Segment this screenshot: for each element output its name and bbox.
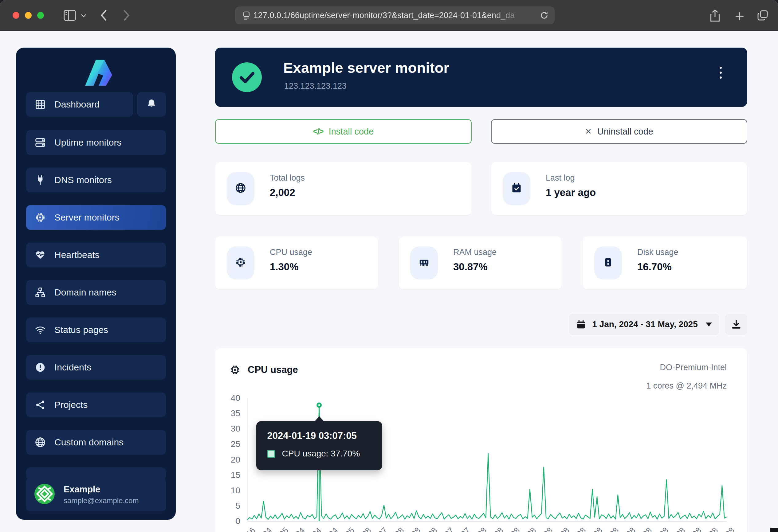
sidebar-item-domain-names[interactable]: Domain names xyxy=(26,280,166,305)
reload-icon[interactable] xyxy=(539,10,549,21)
monitor-header-card: Example server monitor 123.123.123.123 xyxy=(215,48,747,107)
globe-icon xyxy=(35,436,47,448)
browser-window: 127.0.0.1/66uptime/server-monitor/3?&sta… xyxy=(0,0,778,532)
account-card[interactable]: Example sample@example.com xyxy=(26,478,166,511)
tab-overview-icon[interactable] xyxy=(757,9,769,21)
app-logo xyxy=(16,56,176,88)
sidebar-item-uptime-monitors[interactable]: Uptime monitors xyxy=(26,130,166,155)
x-tick-label: 2025-03-02 07:16:08 xyxy=(595,526,654,532)
kebab-menu-icon[interactable] xyxy=(720,67,723,79)
stat-label: RAM usage xyxy=(453,248,496,257)
x-tick-label: 2025-03-19 13:24:08 xyxy=(611,526,671,532)
date-range-picker[interactable]: 1 Jan, 2024 - 31 May, 2025 xyxy=(569,314,719,335)
bell-icon xyxy=(146,99,157,110)
sidebar-item-heartbeats[interactable]: Heartbeats xyxy=(26,243,166,267)
stat-value: 1.30% xyxy=(270,261,299,273)
url-text[interactable]: 127.0.0.1/66uptime/server-monitor/3?&sta… xyxy=(235,11,533,20)
x-tick-label: 2024-05-31 05:08:07 xyxy=(330,526,390,532)
close-window-button[interactable] xyxy=(13,12,19,19)
server-icon xyxy=(35,137,47,148)
chart-title: CPU usage xyxy=(248,364,298,375)
zoom-window-button[interactable] xyxy=(37,12,44,19)
date-range-label: 1 Jan, 2024 - 31 May, 2025 xyxy=(592,320,698,329)
server-spec: 1 cores @ 2,494 MHz xyxy=(646,381,727,391)
download-button[interactable] xyxy=(725,314,747,335)
stat-icon-tile xyxy=(503,172,530,205)
y-tick-label: 40 xyxy=(219,393,240,403)
back-icon[interactable] xyxy=(100,9,108,21)
sidebar-item-dashboard[interactable]: Dashboard xyxy=(26,92,133,117)
y-tick-label: 30 xyxy=(219,424,240,434)
x-tick-label: 2024-03-24 04:36:04 xyxy=(264,526,323,532)
minimize-window-button[interactable] xyxy=(25,12,32,19)
stat-value: 16.70% xyxy=(637,261,672,273)
x-tick-label: 2024-04-10 10:44:04 xyxy=(281,526,340,532)
sidebar-item-incidents[interactable]: Incidents xyxy=(26,355,166,380)
y-tick-label: 10 xyxy=(219,485,240,496)
account-email: sample@example.com xyxy=(64,497,139,505)
server-name: DO-Premium-Intel xyxy=(660,363,727,372)
share-nodes-icon xyxy=(35,399,47,411)
sidebar-item-label: Domain names xyxy=(54,287,116,298)
stat-value: 2,002 xyxy=(270,187,295,198)
x-tick-label: 2024-07-21 23:32:08 xyxy=(380,526,439,532)
forward-icon xyxy=(122,9,130,21)
sidebar-item-custom-domains[interactable]: Custom domains xyxy=(26,430,166,455)
page-title: Example server monitor xyxy=(283,59,449,76)
uninstall-code-button[interactable]: ✕ Uninstall code xyxy=(491,119,747,144)
address-bar[interactable]: 127.0.0.1/66uptime/server-monitor/3?&sta… xyxy=(235,6,555,24)
sidebar-item-label: Server monitors xyxy=(54,212,120,223)
sidebar-item-label: Dashboard xyxy=(54,99,99,110)
y-tick-label: 20 xyxy=(219,455,240,465)
share-icon[interactable] xyxy=(709,9,721,22)
stat-icon-tile xyxy=(227,246,254,279)
stat-label: Total logs xyxy=(270,173,305,183)
new-tab-icon[interactable] xyxy=(734,11,745,21)
stat-value: 1 year ago xyxy=(546,187,596,198)
sidebar-item-projects[interactable]: Projects xyxy=(26,392,166,417)
legend-swatch xyxy=(267,450,275,458)
x-tick-label: 2024-10-15 06:12:08 xyxy=(462,526,522,532)
install-code-button[interactable]: </> Install code xyxy=(215,119,472,144)
x-tick-label: 2025-04-05 19:32:08 xyxy=(628,526,687,532)
sidebar-item-label: Custom domains xyxy=(54,437,124,448)
sitemap-icon xyxy=(35,287,47,298)
y-tick-label: 0 xyxy=(219,516,240,526)
calendar-check-icon xyxy=(511,182,522,195)
x-tick-label: 2025-05-27 13:56:08 xyxy=(677,526,736,532)
stat-label: Last log xyxy=(546,173,575,183)
account-name: Example xyxy=(64,484,139,495)
sidebar-item-label: DNS monitors xyxy=(54,175,112,185)
stat-label: CPU usage xyxy=(270,248,312,257)
sidebar-item-label: Heartbeats xyxy=(54,250,99,260)
floating-widget-cutoff xyxy=(770,528,778,532)
hdd-icon xyxy=(603,257,614,269)
notifications-button[interactable] xyxy=(137,92,166,117)
stat-icon-tile xyxy=(410,246,438,279)
tooltip-value: CPU usage: 37.70% xyxy=(282,449,360,459)
sidebar-item-label: Status pages xyxy=(54,325,108,335)
sidebar-item-label: Projects xyxy=(54,400,88,410)
stat-icon-tile xyxy=(594,246,622,279)
grid-icon xyxy=(35,99,47,110)
sidebar-item-status-pages[interactable]: Status pages xyxy=(26,318,166,342)
sidebar-item-server-monitors[interactable]: Server monitors xyxy=(26,205,166,230)
sidebar-item-label: Incidents xyxy=(54,362,91,373)
x-tick-label: 2024-07-04 17:24:08 xyxy=(363,526,422,532)
sidebar-item-dns-monitors[interactable]: DNS monitors xyxy=(26,168,166,192)
browser-titlebar: 127.0.0.1/66uptime/server-monitor/3?&sta… xyxy=(0,0,778,31)
x-tick-label: 2024-03-07 22:28:04 xyxy=(248,526,307,532)
sidebar-toggle-icon[interactable] xyxy=(63,9,77,21)
avatar xyxy=(34,483,55,506)
cpu-usage-chart-card: CPU usage DO-Premium-Intel 1 cores @ 2,4… xyxy=(215,348,747,532)
x-tick-label: 2024-12-23 06:44:08 xyxy=(529,526,588,532)
y-tick-label: 35 xyxy=(219,409,240,418)
stat-icon-tile xyxy=(227,172,254,205)
sidebar-item-label: Uptime monitors xyxy=(54,137,122,148)
x-tick-label: 2024-05-14 23:00:08 xyxy=(314,526,373,532)
chevron-down-icon[interactable] xyxy=(80,13,87,18)
sidebar: Dashboard Uptime monitorsDNS monitorsSer… xyxy=(16,48,176,520)
install-code-label: Install code xyxy=(329,126,374,137)
x-tick-label: 2024-04-27 16:52:05 xyxy=(297,526,357,532)
y-tick-label: 15 xyxy=(219,470,240,480)
